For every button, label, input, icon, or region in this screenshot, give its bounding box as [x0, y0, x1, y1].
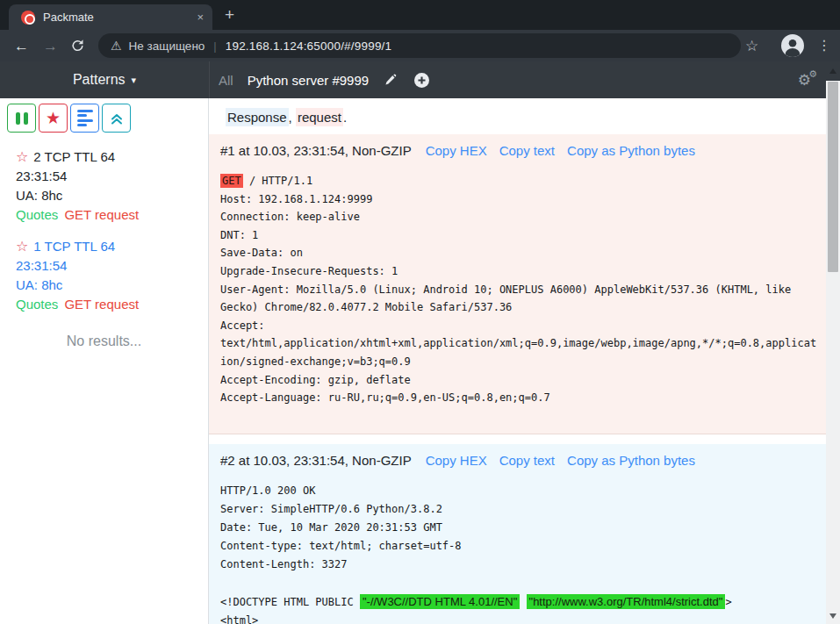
packet-body: GET / HTTP/1.1 Host: 192.168.1.124:9999 …	[220, 172, 819, 434]
stream-time: 23:31:54	[16, 167, 199, 186]
copy-python-bytes-link[interactable]: Copy as Python bytes	[567, 452, 695, 470]
edit-pencil-icon[interactable]	[384, 74, 397, 87]
packet-card-response: #2 at 10.03, 23:31:54, Non-GZIP Copy HEX…	[209, 444, 826, 624]
close-tab-icon[interactable]: ×	[197, 11, 204, 24]
packet-meta: #1 at 10.03, 23:31:54, Non-GZIP	[220, 142, 412, 160]
sidebar-toolbar: ★	[7, 104, 203, 133]
browser-menu-icon[interactable]: ⋮	[817, 39, 831, 53]
list-view-button[interactable]	[70, 104, 99, 133]
packets-panel: Response, request. #1 at 10.03, 23:31:54…	[209, 98, 826, 624]
patterns-label: Patterns	[73, 72, 126, 88]
scrollbar-thumb[interactable]	[828, 82, 838, 272]
not-secure-warning-icon[interactable]: ⚠	[111, 39, 122, 53]
url-separator: |	[213, 39, 216, 53]
stream-item[interactable]: ☆2 TCP TTL 64 23:31:54 UA: 8hc QuotesGET…	[16, 147, 199, 225]
gear-small-icon: ⚙	[808, 69, 817, 79]
star-outline-icon[interactable]: ☆	[16, 149, 28, 164]
copy-text-link[interactable]: Copy text	[499, 142, 555, 160]
streams-sidebar: ★ ☆2 TCP TTL 64 23:31:54 UA: 8hc QuotesG…	[0, 98, 209, 624]
browser-tab-strip: Packmate × +	[0, 0, 840, 30]
stream-tags: QuotesGET request	[16, 205, 199, 225]
forward-icon[interactable]: →	[43, 39, 58, 54]
new-tab-icon[interactable]: +	[225, 6, 234, 23]
scrollbar-down-icon[interactable]	[829, 613, 836, 619]
profile-avatar[interactable]	[781, 34, 804, 57]
triangle-up-icon	[829, 68, 836, 74]
no-results-label: No results...	[0, 334, 208, 349]
chevron-down-icon: ▾	[132, 75, 137, 86]
packet-body: HTTP/1.0 200 OK Server: SimpleHTTP/0.6 P…	[220, 482, 819, 624]
tag-get-request: GET request	[64, 297, 139, 312]
tab-all[interactable]: All	[219, 73, 233, 88]
browser-window: Packmate × + ← → ⚠ Не защищено | 192.168…	[0, 0, 840, 624]
url-text: 192.168.1.124:65000/#/9999/1	[226, 39, 392, 53]
stream-item-selected[interactable]: ☆1 TCP TTL 64 23:31:54 UA: 8hc QuotesGET…	[16, 237, 199, 314]
favorites-filter-button[interactable]: ★	[39, 104, 68, 133]
tab-title: Packmate	[43, 11, 197, 24]
page-scrollbar[interactable]	[826, 61, 840, 624]
stream-user-agent: UA: 8hc	[16, 186, 199, 205]
stream-tags: QuotesGET request	[16, 295, 199, 314]
pattern-tabs: All Python server #9999 ⚙ ⚙	[209, 61, 840, 98]
copy-python-bytes-link[interactable]: Copy as Python bytes	[567, 142, 695, 160]
pause-capture-button[interactable]	[7, 104, 36, 133]
list-lines-icon	[77, 107, 93, 129]
packet-card-request: #1 at 10.03, 23:31:54, Non-GZIP Copy HEX…	[209, 134, 826, 434]
copy-hex-link[interactable]: Copy HEX	[426, 142, 487, 160]
page-content: ★ ☆2 TCP TTL 64 23:31:54 UA: 8hc QuotesG…	[0, 98, 826, 624]
scrollbar-up-button[interactable]	[826, 61, 840, 81]
stream-title-row: ☆2 TCP TTL 64	[16, 147, 199, 167]
pause-icon	[16, 112, 28, 125]
patterns-dropdown[interactable]: Patterns ▾	[0, 72, 209, 88]
reload-icon[interactable]	[70, 39, 85, 54]
stream-title: 2 TCP TTL 64	[33, 149, 115, 164]
address-bar[interactable]: ⚠ Не защищено | 192.168.1.124:65000/#/99…	[98, 33, 741, 58]
tag-quotes: Quotes	[16, 297, 58, 312]
settings-gears-icon[interactable]: ⚙ ⚙	[798, 73, 811, 88]
packet-header: #1 at 10.03, 23:31:54, Non-GZIP Copy HEX…	[209, 134, 826, 160]
packmate-favicon	[21, 11, 35, 25]
tag-get-request: GET request	[64, 207, 139, 222]
add-pattern-icon[interactable]	[414, 73, 429, 88]
collapse-sidebar-button[interactable]	[102, 104, 131, 133]
security-label: Не защищено	[129, 39, 205, 53]
packet-header: #2 at 10.03, 23:31:54, Non-GZIP Copy HEX…	[209, 444, 826, 470]
packet-meta: #2 at 10.03, 23:31:54, Non-GZIP	[220, 452, 412, 470]
back-icon[interactable]: ←	[14, 39, 29, 54]
copy-text-link[interactable]: Copy text	[499, 452, 555, 470]
stream-title: 1 TCP TTL 64	[33, 239, 115, 254]
stream-time: 23:31:54	[16, 256, 199, 276]
browser-tab[interactable]: Packmate ×	[9, 4, 212, 30]
tag-quotes: Quotes	[16, 207, 58, 222]
bookmark-star-icon[interactable]: ☆	[745, 37, 758, 55]
stream-user-agent: UA: 8hc	[16, 276, 199, 295]
applied-patterns-line: Response, request.	[226, 109, 826, 126]
browser-toolbar: ← → ⚠ Не защищено | 192.168.1.124:65000/…	[0, 30, 840, 61]
tab-python-server[interactable]: Python server #9999	[248, 73, 369, 88]
app-navbar: Patterns ▾ All Python server #9999 ⚙ ⚙	[0, 61, 840, 98]
copy-hex-link[interactable]: Copy HEX	[426, 452, 487, 470]
double-chevron-up-icon	[110, 111, 124, 126]
star-icon: ★	[46, 110, 61, 126]
stream-title-row: ☆1 TCP TTL 64	[16, 237, 199, 256]
star-outline-icon[interactable]: ☆	[16, 239, 28, 254]
